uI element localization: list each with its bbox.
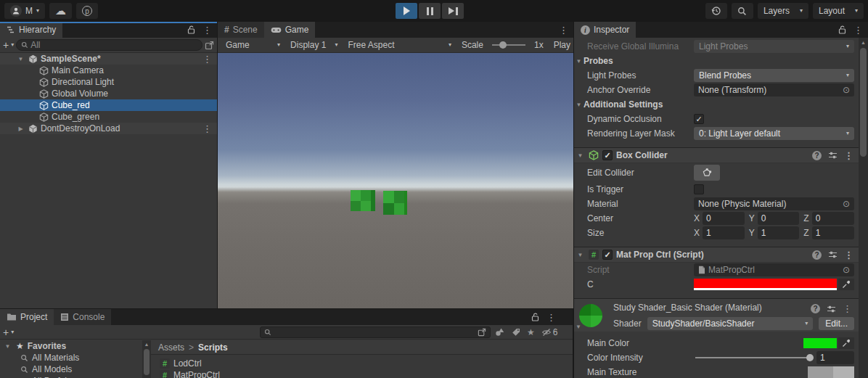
center-z-input[interactable]: 0 (812, 212, 854, 225)
foldout-open-icon[interactable]: ▼ (576, 324, 581, 330)
undo-history-button[interactable] (705, 3, 727, 19)
tab-scene[interactable]: # Scene (218, 22, 264, 38)
kebab-menu-icon[interactable]: ⋮ (202, 25, 211, 36)
favorites-item[interactable]: All Materials (0, 352, 142, 363)
inspector-scrollbar[interactable]: ▲ (859, 38, 868, 378)
size-y-input[interactable]: 1 (758, 226, 800, 239)
light-probes-dropdown[interactable]: Blend Probes ▾ (694, 69, 854, 82)
dynamic-occlusion-checkbox[interactable]: ✓ (694, 114, 704, 124)
probes-foldout[interactable]: ▼ Probes (574, 54, 859, 68)
slider-handle[interactable] (806, 354, 814, 361)
scale-slider[interactable] (492, 44, 525, 46)
scrollbar-thumb[interactable] (860, 48, 867, 157)
layout-dropdown[interactable]: Layout ▾ (813, 3, 864, 19)
hierarchy-row[interactable]: Cube_green (0, 111, 217, 123)
rendering-layer-mask-dropdown[interactable]: 0: Light Layer default ▾ (694, 127, 854, 140)
search-by-type-icon[interactable] (495, 327, 505, 337)
component-enabled-checkbox[interactable]: ✓ (602, 150, 613, 160)
eyedropper-button[interactable] (838, 279, 854, 290)
favorites-item[interactable]: All Prefabs (0, 375, 142, 378)
main-color-swatch[interactable] (803, 338, 837, 348)
plastic-scm-button[interactable]: p (76, 3, 98, 19)
anchor-override-field[interactable]: None (Transform) ⊙ (694, 83, 854, 96)
eyedropper-button[interactable] (838, 337, 854, 349)
scroll-up-arrow[interactable]: ▲ (859, 38, 868, 45)
create-button[interactable]: + (3, 327, 9, 337)
foldout-closed-icon[interactable]: ▶ (16, 126, 25, 132)
kebab-menu-icon[interactable]: ⋮ (843, 303, 851, 314)
aspect-ratio-dropdown[interactable]: Free Aspect ▾ (343, 38, 456, 52)
box-collider-header[interactable]: ▼ ✓ Box Collider ? ⋮ (574, 147, 859, 163)
mat-prop-ctrl-header[interactable]: ▼ # ✓ Mat Prop Ctrl (Script) ? ⋮ (574, 247, 859, 263)
receive-gi-dropdown[interactable]: Light Probes ▾ (694, 40, 854, 53)
tab-console[interactable]: Console (54, 309, 111, 325)
edit-collider-button[interactable] (694, 165, 720, 181)
center-x-input[interactable]: 0 (703, 212, 745, 225)
size-z-input[interactable]: 1 (812, 226, 854, 239)
kebab-menu-icon[interactable]: ⋮ (559, 25, 568, 36)
c-color-field[interactable] (694, 279, 837, 290)
tab-game[interactable]: Game (264, 22, 316, 38)
play-button[interactable] (396, 3, 417, 19)
lock-open-icon[interactable] (187, 25, 195, 34)
project-file-row[interactable]: # LodCtrl (151, 358, 573, 369)
material-header[interactable]: Study Shader_Basic Shader (Material) ? ⋮… (574, 298, 859, 332)
help-icon[interactable]: ? (811, 304, 820, 313)
slider-handle[interactable] (499, 41, 507, 49)
breadcrumb-root[interactable]: Assets (158, 342, 184, 353)
object-picker-icon[interactable]: ⊙ (843, 199, 850, 209)
hidden-count-button[interactable]: 6 (541, 327, 558, 337)
folders-scrollbar[interactable]: ▲ (142, 340, 151, 378)
hierarchy-row-scene[interactable]: ▼ SampleScene* ⋮ (0, 53, 217, 65)
cloud-button[interactable]: ☁ (49, 3, 72, 19)
tab-hierarchy[interactable]: Hierarchy (0, 22, 62, 38)
scroll-up-arrow[interactable]: ▲ (142, 340, 151, 347)
scrollbar-thumb[interactable] (144, 349, 150, 375)
account-button[interactable]: M ▾ (4, 3, 45, 19)
color-intensity-slider[interactable] (695, 357, 811, 358)
lock-open-icon[interactable] (531, 313, 539, 321)
help-icon[interactable]: ? (812, 250, 822, 260)
hierarchy-row[interactable]: Main Camera (0, 65, 217, 76)
search-by-label-icon[interactable] (512, 328, 520, 337)
play-focused-dropdown[interactable]: Play (549, 38, 570, 52)
foldout-open-icon[interactable]: ▼ (576, 152, 585, 159)
project-search-input[interactable] (260, 326, 491, 338)
create-caret-icon[interactable]: ▾ (11, 329, 14, 335)
display-target-dropdown[interactable]: Game ▾ (221, 38, 285, 52)
physic-material-field[interactable]: None (Physic Material) ⊙ (694, 197, 854, 210)
is-trigger-checkbox[interactable] (694, 184, 704, 194)
kebab-menu-icon[interactable]: ⋮ (202, 54, 211, 65)
kebab-menu-icon[interactable]: ⋮ (546, 312, 555, 323)
shader-dropdown[interactable]: StudyShader/BasicShader ▾ (647, 317, 814, 330)
project-file-row[interactable]: # MatPropCtrl (151, 369, 573, 378)
shader-edit-button[interactable]: Edit... (819, 317, 854, 330)
kebab-menu-icon[interactable]: ⋮ (844, 250, 853, 260)
breadcrumb-current[interactable]: Scripts (198, 342, 228, 353)
create-caret-icon[interactable]: ▾ (11, 42, 14, 48)
layers-dropdown[interactable]: Layers ▾ (758, 3, 808, 19)
additional-settings-foldout[interactable]: ▼ Additional Settings (574, 97, 859, 112)
component-enabled-checkbox[interactable]: ✓ (602, 250, 613, 260)
display-number-dropdown[interactable]: Display 1 ▾ (285, 38, 343, 52)
game-viewport[interactable] (218, 53, 573, 308)
open-in-window-icon[interactable] (205, 41, 214, 50)
help-icon[interactable]: ? (812, 151, 822, 160)
tab-project[interactable]: Project (0, 309, 54, 325)
search-button[interactable] (732, 3, 753, 19)
script-field[interactable]: MatPropCtrl ⊙ (694, 263, 854, 276)
foldout-open-icon[interactable]: ▼ (576, 252, 585, 258)
open-in-window-icon[interactable] (478, 328, 486, 337)
main-texture-swatch[interactable] (808, 366, 854, 378)
presets-icon[interactable] (827, 305, 836, 313)
hierarchy-row-dontdestroy[interactable]: ▶ DontDestroyOnLoad ⋮ (0, 123, 217, 134)
favorites-foldout[interactable]: ▼ ★ Favorites (0, 340, 142, 352)
kebab-menu-icon[interactable]: ⋮ (853, 25, 862, 36)
presets-icon[interactable] (828, 151, 838, 160)
center-y-input[interactable]: 0 (758, 212, 800, 225)
step-button[interactable] (442, 3, 464, 19)
hierarchy-search-input[interactable]: All (16, 39, 202, 51)
size-x-input[interactable]: 1 (703, 226, 745, 239)
color-intensity-input[interactable]: 1 (816, 351, 854, 364)
lock-open-icon[interactable] (838, 25, 846, 34)
